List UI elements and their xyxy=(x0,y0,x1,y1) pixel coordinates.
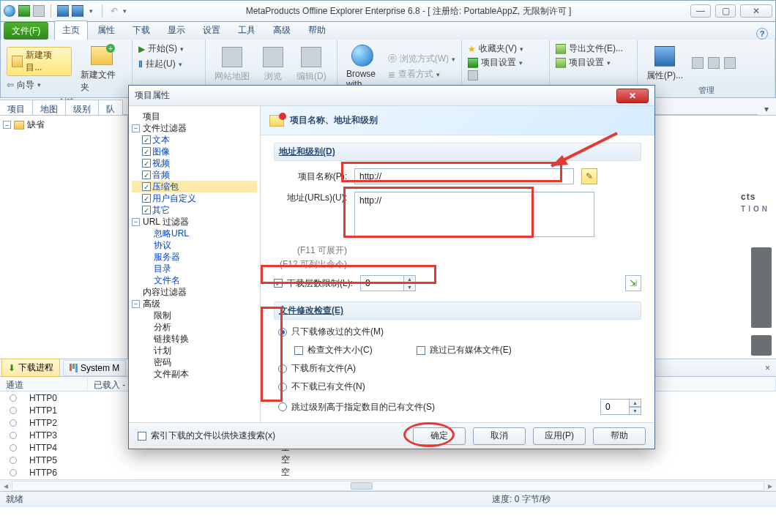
tree-uf-ignore[interactable]: 忽略URL xyxy=(132,228,257,239)
qat-more[interactable]: ▾ xyxy=(86,7,96,15)
radio-skip-level[interactable]: 跳过级别高于指定数目的已有文件(S) xyxy=(278,401,435,413)
tree-adv-link[interactable]: 链接转换 xyxy=(132,333,257,345)
tree-project[interactable]: 项目 xyxy=(132,110,257,122)
ok-button[interactable]: 确定 xyxy=(413,427,466,445)
new-folder-button[interactable]: + 新建文件夹 xyxy=(78,42,126,95)
tab-queue[interactable]: 队 xyxy=(98,100,123,115)
suspend-button[interactable]: Ⅱ挂起(U)▾ xyxy=(138,58,182,70)
tab-properties[interactable]: 属性 xyxy=(89,20,123,40)
check-file-size[interactable]: 检查文件大小(C) xyxy=(294,344,373,356)
tree-content-filters[interactable]: 内容过滤器 xyxy=(132,286,257,298)
list-item[interactable]: HTTP6空 xyxy=(0,466,776,479)
tree-uf-server[interactable]: 服务器 xyxy=(132,251,257,263)
levels-spinner[interactable]: ▲▼ xyxy=(360,275,416,291)
close-button[interactable]: ✕ xyxy=(740,4,772,18)
tree-ff-text[interactable]: ✓文本 xyxy=(132,134,257,146)
spin-up-2[interactable]: ▲ xyxy=(630,399,641,407)
tab-help[interactable]: 帮助 xyxy=(300,20,334,40)
help-icon[interactable]: ? xyxy=(756,28,768,40)
tree-uf-filename[interactable]: 文件名 xyxy=(132,274,257,286)
tree-adv-schedule[interactable]: 计划 xyxy=(132,345,257,356)
tool-icon-2[interactable] xyxy=(708,57,720,69)
project-name-field[interactable] xyxy=(354,168,574,184)
horizontal-scrollbar[interactable]: ◂ ▸ xyxy=(0,479,776,491)
tree-file-filters[interactable]: −文件过滤器 xyxy=(132,122,257,134)
cancel-button[interactable]: 取消 xyxy=(473,427,526,445)
levels-checkbox[interactable]: ✓下载层数限制(L): xyxy=(274,277,353,290)
radio-all-files[interactable]: 下载所有文件(A) xyxy=(278,362,641,375)
tree-ff-user[interactable]: ✓用户自定义 xyxy=(132,192,257,204)
tab-tools[interactable]: 工具 xyxy=(230,20,264,40)
wizard-button[interactable]: ⇦ 向导 ▾ xyxy=(7,79,72,91)
tree-ff-archive[interactable]: ✓压缩包 xyxy=(132,181,257,192)
tab-download-process[interactable]: ⬇下载进程 xyxy=(1,359,60,377)
tree-ff-video[interactable]: ✓视频 xyxy=(132,157,257,169)
browse-mode-button[interactable]: ⓔ浏览方式(W)▾ xyxy=(388,53,455,65)
radio-only-modified[interactable]: 只下载修改过的文件(M) xyxy=(278,326,641,338)
tree-advanced[interactable]: −高级 xyxy=(132,298,257,310)
proj-settings-button[interactable]: 项目设置▾ xyxy=(468,56,523,69)
project-tree[interactable]: − 缺省 xyxy=(0,116,128,359)
tab-file[interactable]: 文件(F) xyxy=(4,22,48,40)
skip-level-field[interactable] xyxy=(600,399,630,415)
view-mode-button[interactable]: ≣查看方式▾ xyxy=(388,68,455,80)
list-item[interactable]: HTTP5空 xyxy=(0,454,776,466)
tree-ff-other[interactable]: ✓其它 xyxy=(132,204,257,216)
radio-no-existing[interactable]: 不下载已有文件(N) xyxy=(278,381,641,393)
dialog-tree[interactable]: 项目 −文件过滤器 ✓文本 ✓图像 ✓视频 ✓音频 ✓压缩包 ✓用户自定义 ✓其… xyxy=(129,106,261,422)
dialog-close-button[interactable]: ✕ xyxy=(616,89,649,103)
props-big-button[interactable]: 属性(P)... xyxy=(643,43,686,83)
tool-icon-3[interactable] xyxy=(724,57,736,69)
proj-settings2-button[interactable]: 项目设置▾ xyxy=(556,56,611,69)
maximize-button[interactable]: ▢ xyxy=(715,4,736,18)
tree-root[interactable]: − 缺省 xyxy=(3,119,124,131)
check-skip-media[interactable]: 跳过已有媒体文件(E) xyxy=(417,344,512,356)
tab-project[interactable]: 项目 xyxy=(0,100,33,115)
pause-icon[interactable] xyxy=(72,5,83,17)
tab-advanced[interactable]: 高级 xyxy=(265,20,299,40)
panel-close-icon[interactable]: × xyxy=(759,363,776,373)
edit-name-button[interactable]: ✎ xyxy=(581,168,597,184)
col-channel[interactable]: 通道 xyxy=(0,377,88,391)
tab-level[interactable]: 级别 xyxy=(65,100,99,115)
tree-url-filters[interactable]: −URL 过滤器 xyxy=(132,216,257,228)
tree-adv-limit[interactable]: 限制 xyxy=(132,310,257,321)
spin-down-2[interactable]: ▼ xyxy=(630,407,641,415)
tab-map[interactable]: 地图 xyxy=(32,100,66,115)
levels-help-button[interactable]: ⇲ xyxy=(625,275,641,291)
tool-icon-1[interactable] xyxy=(692,57,704,69)
tree-uf-protocol[interactable]: 协议 xyxy=(132,239,257,251)
side-panel-handle-2[interactable] xyxy=(751,335,772,356)
skip-level-spinner[interactable]: ▲▼ xyxy=(600,399,641,415)
tree-adv-parse[interactable]: 分析 xyxy=(132,321,257,333)
new-project-button[interactable]: 新建项目... xyxy=(7,47,72,76)
tab-download[interactable]: 下载 xyxy=(124,20,158,40)
save-icon[interactable] xyxy=(57,5,69,17)
qat-btn-2[interactable] xyxy=(33,5,45,17)
help-button[interactable]: 帮助 xyxy=(593,427,646,445)
minimize-button[interactable]: — xyxy=(690,4,711,18)
tree-ff-image[interactable]: ✓图像 xyxy=(132,146,257,157)
tree-ff-audio[interactable]: ✓音频 xyxy=(132,169,257,181)
tree-uf-dir[interactable]: 目录 xyxy=(132,263,257,274)
browse-with-button[interactable]: Browse with xyxy=(343,42,382,91)
qat-btn-1[interactable] xyxy=(18,5,30,17)
tab-display[interactable]: 显示 xyxy=(160,20,193,40)
tree-adv-copy[interactable]: 文件副本 xyxy=(132,368,257,380)
tab-settings[interactable]: 设置 xyxy=(195,20,228,40)
index-checkbox[interactable]: 索引下载的文件以供快速搜索(x) xyxy=(138,430,275,442)
start-button[interactable]: ▶开始(S)▾ xyxy=(138,42,184,55)
favorites-button[interactable]: ★收藏夹(V)▾ xyxy=(468,42,523,55)
side-panel-handle[interactable] xyxy=(751,247,772,328)
export-files-button[interactable]: 导出文件(E)... xyxy=(556,42,623,55)
collapse-button[interactable]: ▾ xyxy=(757,101,776,115)
undo-icon[interactable]: ↶ xyxy=(108,5,120,17)
tree-adv-password[interactable]: 密码 xyxy=(132,356,257,368)
spin-up[interactable]: ▲ xyxy=(404,275,416,283)
levels-field[interactable] xyxy=(360,275,404,291)
spin-down[interactable]: ▼ xyxy=(404,283,416,291)
tab-home[interactable]: 主页 xyxy=(54,20,88,40)
urls-field[interactable]: http:// xyxy=(354,192,594,237)
tab-system[interactable]: System M xyxy=(63,360,126,376)
apply-button[interactable]: 应用(P) xyxy=(533,427,586,445)
